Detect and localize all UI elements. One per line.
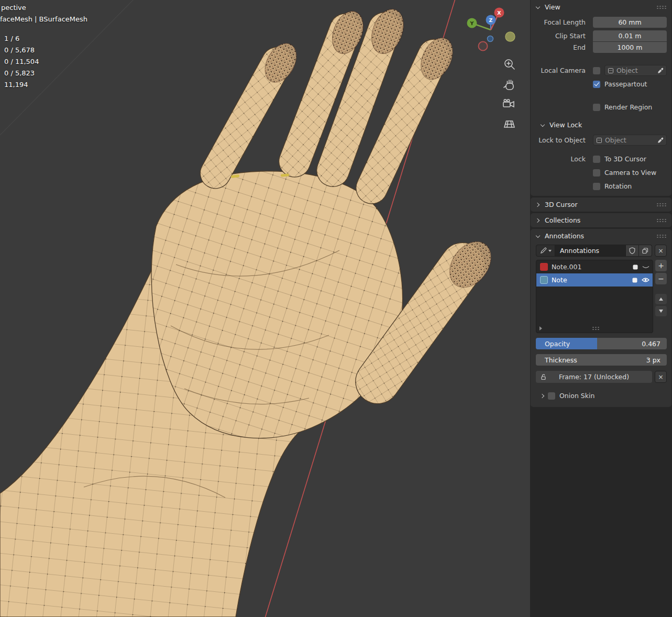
axis-neg-y-ball[interactable] xyxy=(505,32,515,41)
clip-start-field[interactable]: 0.01 m xyxy=(593,30,667,41)
focal-length-field[interactable]: 60 mm xyxy=(593,17,667,28)
to-3d-cursor-checkbox[interactable] xyxy=(593,156,600,163)
opacity-value: 0.467 xyxy=(642,340,660,348)
new-datablock-button[interactable] xyxy=(639,245,652,257)
object-cube-icon xyxy=(597,138,602,143)
camera-view-icon[interactable] xyxy=(503,100,514,107)
cursor-3d-panel-header[interactable]: 3D Cursor xyxy=(531,197,671,212)
local-camera-object-field[interactable]: Object xyxy=(604,65,667,76)
view-lock-header[interactable]: View Lock xyxy=(531,118,671,132)
stat-faces: 0 / 5,823 xyxy=(4,68,39,79)
zoom-icon[interactable] xyxy=(505,60,514,69)
move-layer-down-button[interactable] xyxy=(655,306,667,316)
onion-skin-row: Onion Skin xyxy=(540,392,667,400)
eye-open-icon[interactable] xyxy=(642,277,649,283)
passepartout-checkbox[interactable] xyxy=(593,81,600,88)
chevron-right-icon xyxy=(535,218,541,223)
spacer xyxy=(655,286,667,292)
object-cube-icon xyxy=(608,68,613,73)
view-gizmo[interactable]: Y Z X xyxy=(467,8,515,51)
active-object-label: faceMesh | BSurfaceMesh xyxy=(0,15,87,23)
local-camera-checkbox[interactable] xyxy=(593,67,600,74)
arrow-down-icon xyxy=(659,310,663,313)
layer-color-swatch[interactable] xyxy=(540,276,548,284)
panel-grip-icon[interactable] xyxy=(656,218,667,223)
chevron-right-icon xyxy=(535,202,541,207)
rotation-label: Rotation xyxy=(604,182,632,190)
copy-icon xyxy=(642,248,648,254)
thickness-label: Thickness xyxy=(545,356,577,364)
axis-z-label: Z xyxy=(489,17,493,23)
panel-grip-icon[interactable] xyxy=(656,5,667,9)
list-item-note001[interactable]: Note.001 xyxy=(536,260,653,273)
panel-grip-icon[interactable] xyxy=(656,234,667,238)
fake-user-shield-button[interactable] xyxy=(626,245,639,257)
axis-neg-x-ball[interactable] xyxy=(479,42,488,51)
shield-icon xyxy=(629,247,635,254)
view-mode-label: pective xyxy=(1,4,26,12)
unlink-datablock-button[interactable]: × xyxy=(655,245,667,257)
collections-panel: Collections xyxy=(531,213,671,227)
clip-start-label: Clip Start xyxy=(531,32,593,40)
local-camera-object-placeholder: Object xyxy=(616,67,638,74)
collections-panel-header[interactable]: Collections xyxy=(531,213,671,227)
layer-mask-icon[interactable] xyxy=(632,277,638,283)
annotation-datablock-icon-button[interactable] xyxy=(536,245,555,257)
eyedropper-icon[interactable] xyxy=(657,137,664,144)
list-filter-toggle[interactable] xyxy=(539,326,542,330)
list-footer xyxy=(536,324,653,333)
move-layer-up-button[interactable] xyxy=(655,294,667,304)
chevron-right-icon xyxy=(540,393,545,399)
annotation-pen-icon xyxy=(540,247,547,254)
camera-to-view-checkbox[interactable] xyxy=(593,169,600,177)
pan-hand-icon[interactable] xyxy=(504,80,513,90)
hand-mesh[interactable] xyxy=(0,5,500,617)
layer-mask-icon[interactable] xyxy=(632,264,638,270)
eye-closed-icon[interactable] xyxy=(642,265,649,270)
rotation-checkbox[interactable] xyxy=(593,183,600,190)
list-side-buttons: + − xyxy=(655,260,667,333)
annotation-layers-list[interactable]: Note.001 Note xyxy=(536,260,653,333)
scene-canvas[interactable]: Y Z X xyxy=(0,0,530,617)
annotations-panel-header[interactable]: Annotations xyxy=(531,229,671,243)
focal-length-label: Focal Length xyxy=(531,18,593,26)
view-panel-header[interactable]: View xyxy=(531,0,671,14)
lock-label: Lock xyxy=(531,155,593,163)
axis-neg-z-ball[interactable] xyxy=(488,36,493,42)
opacity-slider[interactable]: Opacity 0.467 xyxy=(536,338,667,349)
to-3d-cursor-label: To 3D Cursor xyxy=(604,155,646,163)
remove-layer-button[interactable]: − xyxy=(655,273,667,284)
annotation-name-field[interactable]: Annotations xyxy=(555,245,626,257)
eyedropper-icon[interactable] xyxy=(657,68,664,74)
thickness-slider[interactable]: Thickness 3 px xyxy=(536,354,667,366)
annotations-panel: Annotations Annotations × Note.001 xyxy=(531,229,671,407)
chevron-down-icon xyxy=(535,5,541,10)
layer-name: Note xyxy=(552,276,628,284)
frame-row: Frame: 17 (Unlocked) × xyxy=(536,371,667,383)
view-panel-title: View xyxy=(545,3,560,11)
thickness-value: 3 px xyxy=(646,356,660,364)
axis-y-label: Y xyxy=(470,20,474,26)
viewport-3d[interactable]: Y Z X xyxy=(0,0,530,617)
axis-x-label: X xyxy=(497,10,501,16)
panel-grip-icon[interactable] xyxy=(656,203,667,207)
layer-name: Note.001 xyxy=(552,263,629,271)
stat-objects: 1 / 6 xyxy=(4,33,39,45)
lock-to-object-field[interactable]: Object xyxy=(593,135,667,146)
list-item-note[interactable]: Note xyxy=(536,273,653,287)
clip-end-label: End xyxy=(531,43,593,51)
list-resize-grip[interactable] xyxy=(592,326,600,330)
frame-lock-button[interactable]: Frame: 17 (Unlocked) xyxy=(536,371,652,383)
collections-title: Collections xyxy=(545,216,580,224)
ortho-grid-icon[interactable] xyxy=(504,121,514,127)
camera-to-view-label: Camera to View xyxy=(604,169,656,177)
render-region-checkbox[interactable] xyxy=(593,104,600,111)
lock-to-object-label: Lock to Object xyxy=(531,136,593,144)
layer-color-swatch[interactable] xyxy=(540,263,548,271)
chevron-down-icon xyxy=(535,234,541,239)
onion-skin-checkbox[interactable] xyxy=(548,392,555,400)
clip-end-field[interactable]: 1000 m xyxy=(593,42,667,53)
frame-close-button[interactable]: × xyxy=(655,371,667,383)
add-layer-button[interactable]: + xyxy=(655,260,667,271)
view-lock-title: View Lock xyxy=(549,121,582,129)
